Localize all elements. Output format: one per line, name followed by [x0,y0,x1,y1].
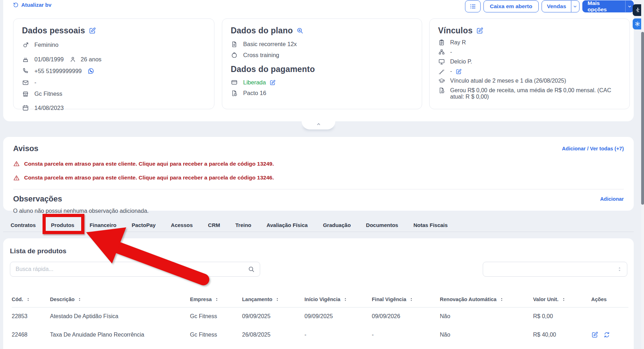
tab-contratos[interactable]: Contratos [11,222,36,228]
sort-icon[interactable] [343,297,348,302]
renew-product-button[interactable] [603,331,610,338]
overdue-notice-2[interactable]: Consta parcela em atraso para este clien… [13,174,624,181]
cell-lancamento: 09/09/2025 [242,308,304,326]
quick-search-box [10,262,260,277]
column-header-cod[interactable]: Cód. [12,297,30,302]
payment-method-value: Pacto 16 [243,90,266,96]
calendar-icon [22,104,30,112]
collapse-summary-button[interactable] [302,121,335,129]
tab-graduacao[interactable]: Graduação [323,222,351,228]
detail-tabs: Contratos Produtos Financeiro PactoPay A… [3,217,634,232]
tab-pactopay[interactable]: PactoPay [132,222,156,228]
email-value: - [34,79,37,86]
cell-cod: 22468 [12,326,50,344]
store-icon [22,90,30,98]
observations-empty-text: O aluno não possui nenhuma observação ad… [13,208,624,214]
credit-card-icon [231,78,239,86]
refresh-bv-label: Atualizar bv [21,2,51,8]
tab-avaliacao-fisica[interactable]: Avaliação Física [267,222,308,228]
customer-summary-panel: Atualizar bv Caixa em aberto Vendas Mais… [3,0,634,121]
refresh-bv-link[interactable]: Atualizar bv [13,2,51,8]
warning-icon [13,160,20,167]
tab-documentos[interactable]: Documentos [366,222,398,228]
edit-icon[interactable] [89,27,96,34]
edit-product-button[interactable] [591,331,598,338]
column-header-inicio-vigencia[interactable]: Início Vigência [304,297,348,302]
edit-icon[interactable] [476,27,483,34]
column-header-final-vigencia[interactable]: Final Vigência [372,297,414,302]
birth-date-value: 01/08/1999 [34,56,64,63]
money-bag-icon [231,51,239,59]
quick-search-input[interactable] [10,266,248,272]
mais-opcoes-split-button[interactable]: Mais opções [582,0,634,12]
stairs-icon [438,68,446,75]
caixa-em-aberto-button[interactable]: Caixa em aberto [483,0,539,12]
column-header-valor-unit[interactable]: Valor Unit. [533,297,566,302]
products-filter-select[interactable] [483,262,627,277]
vendas-dropdown-toggle[interactable] [571,1,579,12]
tab-financeiro[interactable]: Financeiro [90,222,117,228]
cell-valor-unit: R$ 40,00 [533,326,591,344]
overdue-notice-2-text: Consta parcela em atraso para este clien… [24,174,274,181]
sort-icon[interactable] [275,297,280,302]
sort-icon[interactable] [214,297,219,302]
consultant-value: Ray R [450,39,466,46]
edit-icon[interactable] [269,79,276,86]
zoom-in-icon[interactable] [296,27,304,34]
mais-opcoes-dropdown-toggle[interactable] [625,1,633,12]
column-header-descricao[interactable]: Descrição [50,297,82,302]
column-header-lancamento[interactable]: Lançamento [242,297,280,302]
sort-icon[interactable] [409,297,414,302]
links-card-title: Vínculos [438,26,472,35]
gender-icon [22,41,30,49]
scrollbar-thumb[interactable] [641,32,644,205]
invoice-icon [438,87,446,94]
whatsapp-icon[interactable] [87,67,95,75]
caixa-em-aberto-label: Caixa em aberto [490,3,532,10]
personal-card-title: Dados pessoais [22,26,85,35]
list-icon [469,3,476,10]
cell-final-vigencia: - [372,326,440,344]
cell-descricao: Atestado De Aptidão Física [50,308,190,326]
notices-title: Avisos [13,144,38,153]
tab-treino[interactable]: Treino [235,222,251,228]
warning-icon [13,174,20,181]
tab-produtos[interactable]: Produtos [51,222,74,228]
divider [13,189,624,189]
table-row: 22853 Atestado De Aptidão Física Gc Fitn… [12,308,628,326]
chevron-down-icon [627,4,632,9]
column-header-empresa[interactable]: Empresa [190,297,219,302]
sort-icon[interactable] [77,297,82,302]
phone-value: +55 51999999999 [34,68,82,74]
search-icon[interactable] [248,266,255,273]
plan-data-card: Dados do plano Basic recorrente 12x Cros… [222,18,422,109]
company-value: Gc Fitness [34,90,62,97]
tab-acessos[interactable]: Acessos [171,222,193,228]
mail-icon [22,79,30,86]
floating-person-button[interactable] [633,4,642,16]
column-header-renovacao[interactable]: Renovação Automática [440,297,504,302]
notices-add-view-all-link[interactable]: Adicionar / Ver todas (+7) [562,146,624,151]
select-arrows-icon [616,266,623,272]
floating-assistant-button[interactable] [633,18,642,29]
sort-icon[interactable] [26,297,30,302]
tab-crm[interactable]: CRM [208,222,220,228]
sort-icon[interactable] [499,297,504,302]
tab-notas-fiscais[interactable]: Notas Fiscais [413,222,448,228]
vendas-split-button[interactable]: Vendas [542,0,579,12]
undo-icon [13,2,19,8]
notices-panel: Avisos Adicionar / Ver todas (+7) Consta… [3,137,634,211]
plan-card-title: Dados do plano [231,26,293,35]
phone-icon [22,67,30,74]
sort-icon[interactable] [561,297,566,302]
observations-add-link[interactable]: Adicionar [600,196,624,202]
list-view-button[interactable] [465,0,481,12]
payment-status-value: Liberada [243,79,266,86]
cell-inicio-vigencia: 09/09/2025 [304,308,372,326]
cell-renovacao: Não [440,308,533,326]
links-card: Vínculos Ray R - Delcio P. - Vínculo atu… [429,18,630,109]
edit-icon[interactable] [455,68,462,75]
chevron-down-icon [572,4,578,9]
overdue-notice-1[interactable]: Consta parcela em atraso para este clien… [13,160,624,167]
personal-data-card: Dados pessoais Feminino 01/08/1999 26 an… [13,18,214,109]
